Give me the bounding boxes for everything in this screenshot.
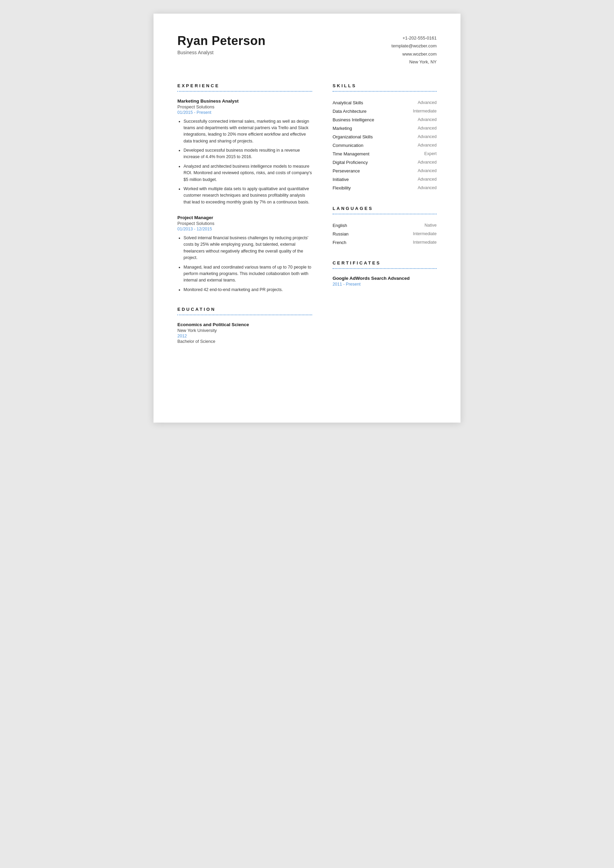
bullet-item: Worked with multiple data sets to apply … — [183, 186, 312, 206]
skill-name: Digital Proficiency — [333, 160, 368, 165]
skills-divider — [333, 91, 437, 91]
skill-name: Perseverance — [333, 168, 360, 174]
bullet-item: Monitored 42 end-to-end marketing and PR… — [183, 287, 312, 293]
languages-divider — [333, 214, 437, 214]
edu-type: Bachelor of Science — [177, 339, 312, 344]
header-section: Ryan Peterson Business Analyst +1-202-55… — [177, 34, 437, 66]
skill-name: Marketing — [333, 126, 352, 131]
edu-year: 2012 — [177, 334, 312, 338]
skill-row: Digital Proficiency Advanced — [333, 158, 437, 167]
right-column: SKILLS Analytical Skills Advanced Data A… — [333, 83, 437, 358]
language-name: Russian — [333, 231, 349, 237]
certificate-item: Google AdWords Search Advanced 2011 - Pr… — [333, 276, 437, 287]
candidate-title: Business Analyst — [177, 50, 266, 55]
skill-level: Advanced — [418, 168, 437, 173]
experience-divider — [177, 91, 312, 91]
language-level: Intermediate — [413, 240, 437, 245]
job-dates: 01/2015 - Present — [177, 110, 312, 115]
experience-section: EXPERIENCE Marketing Business Analyst Pr… — [177, 83, 312, 293]
skill-row: Organizational Skills Advanced — [333, 133, 437, 141]
skill-row: Communication Advanced — [333, 141, 437, 150]
job-item: Marketing Business Analyst Prospect Solu… — [177, 99, 312, 206]
language-row: French Intermediate — [333, 238, 437, 247]
skills-section: SKILLS Analytical Skills Advanced Data A… — [333, 83, 437, 192]
skill-name: Analytical Skills — [333, 100, 363, 105]
edu-school: New York University — [177, 328, 312, 333]
skill-level: Advanced — [418, 177, 437, 181]
skill-row: Marketing Advanced — [333, 124, 437, 133]
skill-name: Time Management — [333, 151, 370, 157]
skill-row: Flexibility Advanced — [333, 184, 437, 192]
experience-heading: EXPERIENCE — [177, 83, 312, 88]
language-row: English Native — [333, 221, 437, 230]
certificates-divider — [333, 268, 437, 269]
cert-name: Google AdWords Search Advanced — [333, 276, 437, 281]
skill-name: Business Intelligence — [333, 117, 374, 122]
language-name: French — [333, 240, 346, 245]
job-title: Marketing Business Analyst — [177, 99, 312, 104]
bullet-item: Successfully connected internal sales, m… — [183, 118, 312, 145]
contact-website: www.wozber.com — [392, 50, 437, 58]
skill-name: Initiative — [333, 177, 349, 182]
skill-row: Business Intelligence Advanced — [333, 116, 437, 124]
certificates-list: Google AdWords Search Advanced 2011 - Pr… — [333, 276, 437, 287]
job-item: Project Manager Prospect Solutions 01/20… — [177, 215, 312, 293]
edu-degree: Economics and Political Science — [177, 322, 312, 327]
skill-row: Analytical Skills Advanced — [333, 99, 437, 107]
header-left: Ryan Peterson Business Analyst — [177, 34, 266, 55]
skill-level: Intermediate — [413, 109, 437, 113]
skill-row: Initiative Advanced — [333, 175, 437, 184]
contact-phone: +1-202-555-0161 — [392, 34, 437, 42]
skill-name: Organizational Skills — [333, 134, 373, 140]
skill-level: Advanced — [418, 117, 437, 122]
education-heading: EDUCATION — [177, 307, 312, 312]
job-dates: 01/2013 - 12/2015 — [177, 226, 312, 231]
skill-level: Expert — [424, 151, 437, 156]
language-level: Native — [425, 223, 437, 228]
certificates-section: CERTIFICATES Google AdWords Search Advan… — [333, 260, 437, 287]
job-title: Project Manager — [177, 215, 312, 220]
skill-level: Advanced — [418, 126, 437, 130]
skill-name: Flexibility — [333, 185, 351, 191]
candidate-name: Ryan Peterson — [177, 34, 266, 48]
skill-level: Advanced — [418, 160, 437, 164]
skill-level: Advanced — [418, 185, 437, 190]
main-content: EXPERIENCE Marketing Business Analyst Pr… — [177, 83, 437, 358]
languages-list: English Native Russian Intermediate Fren… — [333, 221, 437, 247]
skill-row: Perseverance Advanced — [333, 167, 437, 175]
education-divider — [177, 315, 312, 315]
job-company: Prospect Solutions — [177, 104, 312, 109]
certificates-heading: CERTIFICATES — [333, 260, 437, 265]
skill-row: Time Management Expert — [333, 150, 437, 158]
skill-level: Advanced — [418, 134, 437, 139]
header-contact: +1-202-555-0161 template@wozber.com www.… — [392, 34, 437, 66]
left-column: EXPERIENCE Marketing Business Analyst Pr… — [177, 83, 312, 358]
contact-location: New York, NY — [392, 58, 437, 66]
education-section: EDUCATION Economics and Political Scienc… — [177, 307, 312, 344]
skills-list: Analytical Skills Advanced Data Architec… — [333, 99, 437, 192]
bullet-item: Solved internal financial business chall… — [183, 235, 312, 261]
contact-email: template@wozber.com — [392, 42, 437, 50]
job-bullets-list: Solved internal financial business chall… — [177, 235, 312, 293]
languages-section: LANGUAGES English Native Russian Interme… — [333, 206, 437, 247]
bullet-item: Developed successful business models res… — [183, 147, 312, 161]
skill-name: Communication — [333, 143, 363, 148]
language-level: Intermediate — [413, 231, 437, 236]
skill-name: Data Architecture — [333, 109, 367, 114]
resume-document: Ryan Peterson Business Analyst +1-202-55… — [154, 14, 460, 423]
bullet-item: Analyzed and architected business intell… — [183, 163, 312, 183]
skill-level: Advanced — [418, 100, 437, 105]
languages-heading: LANGUAGES — [333, 206, 437, 211]
skills-heading: SKILLS — [333, 83, 437, 88]
job-company: Prospect Solutions — [177, 221, 312, 226]
cert-dates: 2011 - Present — [333, 282, 437, 287]
bullet-item: Managed, lead and coordinated various te… — [183, 264, 312, 284]
language-row: Russian Intermediate — [333, 230, 437, 238]
job-bullets-list: Successfully connected internal sales, m… — [177, 118, 312, 206]
language-name: English — [333, 223, 347, 228]
skill-level: Advanced — [418, 143, 437, 147]
skill-row: Data Architecture Intermediate — [333, 107, 437, 116]
